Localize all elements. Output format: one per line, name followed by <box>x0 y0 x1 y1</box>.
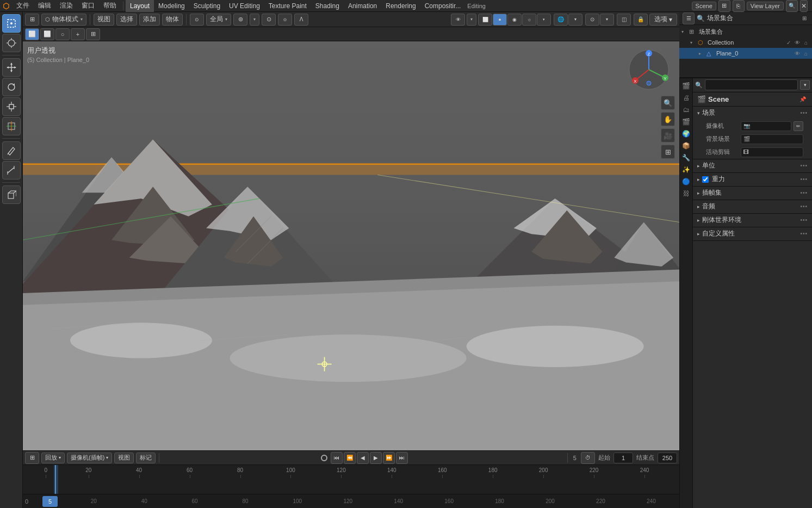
section-rigidbody-header[interactable]: ▸ 刚体世界环境 ••• <box>693 214 812 227</box>
menu-edit[interactable]: 编辑 <box>34 0 55 12</box>
gravity-checkbox[interactable] <box>702 176 709 183</box>
count-btn[interactable]: Λ <box>294 14 308 26</box>
tab-scene[interactable]: 🎬 <box>681 116 692 127</box>
rigidbody-dots[interactable]: ••• <box>800 217 808 223</box>
section-scene-header[interactable]: ▾ 场景 ••• <box>693 107 812 120</box>
next-keyframe-btn[interactable]: ⏩ <box>383 452 395 464</box>
view-layer-selector[interactable]: View Layer <box>747 2 784 10</box>
tool-select-box[interactable] <box>2 14 21 33</box>
tab-object[interactable]: 📦 <box>681 140 692 151</box>
scene-section-dots[interactable]: ••• <box>800 110 808 116</box>
copy-scene-btn[interactable]: ⎘ <box>733 0 745 12</box>
tool-measure[interactable] <box>2 161 21 179</box>
properties-search-input[interactable] <box>705 79 798 90</box>
select-menu[interactable]: 选择 <box>116 14 137 26</box>
jump-end-btn[interactable]: ⏭ <box>396 452 408 464</box>
outliner-row-collection[interactable]: ▾ ⬡ Collection ✓ 👁 ⌂ <box>679 37 812 48</box>
search-btn[interactable]: 🔍 <box>786 0 798 12</box>
camera-interp-btn[interactable]: 摄像机(插帧) ▾ <box>67 453 112 463</box>
options-btn[interactable]: 选项 ▾ <box>649 14 677 26</box>
tab-physics[interactable]: 🔵 <box>681 176 692 187</box>
shading-material[interactable]: ◉ <box>507 14 522 26</box>
mode-transform-extra[interactable]: ⊞ <box>86 28 100 40</box>
close-btn[interactable]: ✕ <box>800 0 808 12</box>
xray-btn[interactable]: ◫ <box>617 14 631 26</box>
tab-output[interactable]: 🖨 <box>681 92 692 103</box>
menu-window[interactable]: 窗口 <box>77 0 99 12</box>
outliner-filter-icon[interactable]: ⊞ <box>800 14 809 23</box>
properties-filter-btn[interactable]: ▾ <box>800 80 810 90</box>
coll-eye-icon[interactable]: 👁 <box>794 39 801 46</box>
gizmo-dropdown[interactable]: ▾ <box>568 14 582 26</box>
section-keying-header[interactable]: ▸ 插帧集 ••• <box>693 187 812 200</box>
shading-solid[interactable]: ● <box>493 14 507 26</box>
active-clip-value[interactable]: 🎞 <box>741 147 803 157</box>
plane-eye-icon[interactable]: 👁 <box>794 49 801 57</box>
scene-view-icon[interactable]: 👁 <box>451 14 465 26</box>
editor-type-btn[interactable]: ⊞ <box>25 14 39 26</box>
snap-dropdown[interactable]: 全局 ▾ <box>206 14 231 26</box>
grid-btn[interactable]: ⊞ <box>661 145 675 159</box>
shading-wireframe[interactable]: ⬜ <box>478 14 492 26</box>
tool-scale[interactable] <box>2 97 21 116</box>
pan-btn[interactable]: ✋ <box>661 112 675 126</box>
snap-settings[interactable]: ⊙ <box>262 14 276 26</box>
jump-start-btn[interactable]: ⏮ <box>331 452 343 464</box>
coll-check-icon[interactable]: ✓ <box>785 39 792 46</box>
coll-camera-icon[interactable]: ⌂ <box>802 39 810 46</box>
outliner-type-btn[interactable]: ☰ <box>683 13 695 24</box>
section-audio-header[interactable]: ▸ 音频 ••• <box>693 200 812 213</box>
play-btn[interactable]: ▶ <box>370 452 382 464</box>
snap-toggle[interactable]: ⊙ <box>190 14 204 26</box>
proportional-edit[interactable]: ⊚ <box>233 14 247 26</box>
shading-render[interactable]: ☼ <box>522 14 536 26</box>
camera-btn[interactable]: 🎥 <box>661 128 675 143</box>
tool-cursor[interactable] <box>2 34 21 52</box>
properties-pin-icon[interactable]: 📌 <box>798 94 808 104</box>
viewport-gizmo[interactable]: Z Y X <box>627 48 671 91</box>
end-frame-input[interactable] <box>658 453 677 463</box>
gravity-dots[interactable]: ••• <box>800 176 808 182</box>
gizmo-globe[interactable]: 🌐 <box>554 14 568 26</box>
viewport[interactable]: 用户透视 (5) Collection | Plane_0 Z <box>23 41 679 450</box>
units-dots[interactable]: ••• <box>800 163 808 169</box>
tool-annotate[interactable] <box>2 141 21 160</box>
menu-help[interactable]: 帮助 <box>99 0 121 12</box>
keying-dots[interactable]: ••• <box>800 190 808 196</box>
menu-render[interactable]: 渲染 <box>55 0 77 12</box>
lock-btn[interactable]: 🔒 <box>634 14 648 26</box>
tool-transform[interactable] <box>2 117 21 135</box>
prev-keyframe-btn[interactable]: ⏪ <box>344 452 356 464</box>
workspace-shading[interactable]: Shading <box>311 0 344 12</box>
overlay-btn2[interactable]: ⊙ <box>585 14 599 26</box>
section-units-header[interactable]: ▸ 单位 ••• <box>693 159 812 172</box>
audio-dots[interactable]: ••• <box>800 203 808 209</box>
mode-select-box[interactable]: ⬜ <box>25 28 39 40</box>
custom-dots[interactable]: ••• <box>800 231 808 237</box>
sync-icon[interactable]: ⏱ <box>581 452 595 464</box>
tab-constraints[interactable]: ⛓ <box>681 188 692 199</box>
timeline-content[interactable]: 0 20 40 60 80 100 120 140 160 180 200 22… <box>23 465 679 494</box>
playback-btn[interactable]: 回放 ▾ <box>41 453 65 463</box>
mode-cursor[interactable]: + <box>71 28 85 40</box>
outliner-row-plane[interactable]: ▸ △ Plane_0 👁 ⌂ <box>679 48 812 59</box>
overlay-btn[interactable]: ⌾ <box>278 14 292 26</box>
tab-render[interactable]: 🎬 <box>681 80 692 91</box>
tab-world[interactable]: 🌍 <box>681 128 692 139</box>
tab-view-layer[interactable]: 🗂 <box>681 104 692 115</box>
workspace-uv-editing[interactable]: UV Editing <box>225 0 264 12</box>
add-menu[interactable]: 添加 <box>139 14 160 26</box>
scene-selector[interactable]: Scene <box>692 2 716 10</box>
workspace-animation[interactable]: Animation <box>344 0 381 12</box>
tool-add-cube[interactable] <box>2 185 21 204</box>
workspace-modeling[interactable]: Modeling <box>154 0 189 12</box>
workspace-compositing[interactable]: Compositir... <box>420 0 466 12</box>
start-frame-input[interactable] <box>613 453 633 463</box>
tool-rotate[interactable] <box>2 78 21 96</box>
editor-type-btn-2[interactable]: ⊞ <box>25 452 39 464</box>
view-menu[interactable]: 视图 <box>94 14 114 26</box>
shading-dropdown[interactable]: ▾ <box>537 14 551 26</box>
bg-scene-value[interactable]: 🎬 <box>741 134 803 144</box>
mode-circle[interactable]: ○ <box>55 28 70 40</box>
section-gravity-header[interactable]: ▸ 重力 ••• <box>693 173 812 186</box>
